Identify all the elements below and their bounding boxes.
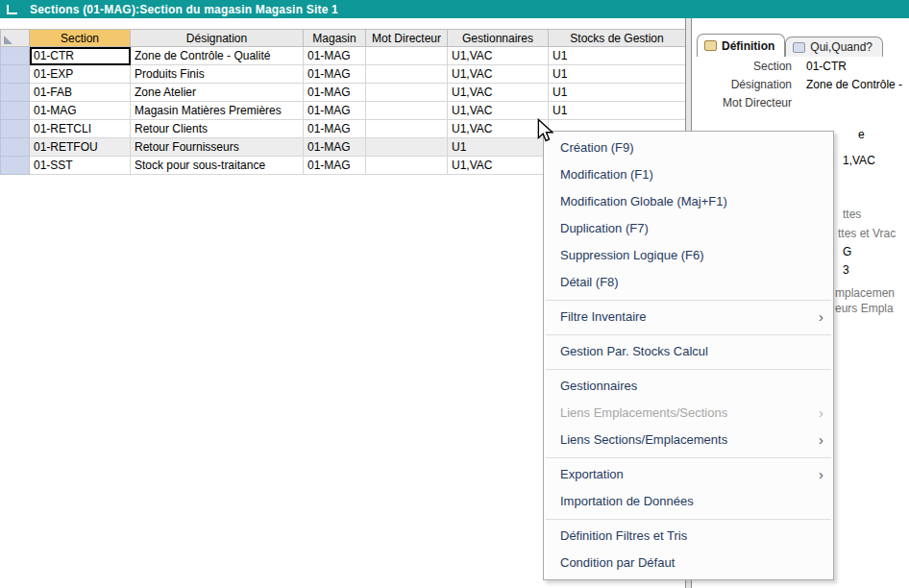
tab-definition[interactable]: Définition	[697, 34, 785, 57]
field-value: Zone de Contrôle -	[806, 78, 902, 91]
cell-section[interactable]: 01-CTR	[30, 47, 131, 65]
menu-item-modification[interactable]: Modification (F1)	[544, 161, 833, 188]
cell-section[interactable]: 01-FAB	[30, 84, 131, 102]
menu-separator	[546, 334, 831, 335]
cell-gestionnaires[interactable]: U1,VAC	[448, 157, 549, 175]
menu-separator	[546, 457, 831, 458]
table-header-row: Section Désignation Magasin Mot Directeu…	[1, 30, 686, 47]
tab-qui-quand[interactable]: Qui,Quand?	[785, 37, 883, 57]
column-header-mot-directeur[interactable]: Mot Directeur	[366, 30, 448, 47]
cell-gestionnaires[interactable]: U1,VAC	[448, 65, 549, 84]
table-row: 01-CTR Zone de Contrôle - Qualité 01-MAG…	[1, 47, 686, 65]
column-header-section[interactable]: Section	[30, 30, 131, 47]
cell-mot-directeur[interactable]	[366, 138, 448, 157]
cell-stocks[interactable]: U1	[549, 47, 686, 65]
cell-gestionnaires[interactable]: U1,VAC	[448, 102, 549, 120]
column-header-stocks-de-gestion[interactable]: Stocks de Gestion	[549, 30, 686, 47]
row-selector[interactable]	[1, 138, 30, 157]
cell-gestionnaires[interactable]: U1,VAC	[448, 120, 549, 138]
menu-item-label: Détail (F8)	[560, 275, 619, 289]
submenu-arrow-icon: ›	[819, 427, 823, 453]
cell-section[interactable]: 01-RETFOU	[30, 138, 131, 157]
row-selector[interactable]	[1, 120, 30, 138]
obscured-text-fragment: ttes	[843, 208, 861, 221]
obscured-text-fragment: G	[843, 245, 851, 258]
select-all-corner[interactable]	[1, 30, 30, 47]
field-section: Section 01-CTR	[692, 57, 909, 75]
definition-fields: Section 01-CTR Désignation Zone de Contr…	[692, 57, 909, 111]
menu-item-gestionnaires[interactable]: Gestionnaires	[544, 373, 833, 400]
field-label: Désignation	[692, 78, 792, 91]
row-selector[interactable]	[1, 157, 30, 175]
cell-mot-directeur[interactable]	[366, 102, 448, 120]
cell-stocks[interactable]: U1	[549, 102, 686, 120]
row-selector[interactable]	[1, 65, 30, 84]
menu-item-filtre-inventaire[interactable]: Filtre Inventaire ›	[544, 304, 833, 331]
menu-item-importation-donnees[interactable]: Importation de Données	[544, 488, 833, 515]
cell-mot-directeur[interactable]	[366, 47, 448, 65]
field-mot-directeur: Mot Directeur	[692, 93, 909, 111]
cell-designation[interactable]: Zone de Contrôle - Qualité	[131, 47, 304, 65]
menu-item-gestion-par-stocks-calcul[interactable]: Gestion Par. Stocks Calcul	[544, 338, 833, 365]
obscured-text-fragment: eurs Empla	[835, 302, 894, 315]
row-selector[interactable]	[1, 47, 30, 65]
field-label: Mot Directeur	[692, 96, 792, 110]
cell-stocks[interactable]: U1	[549, 84, 686, 102]
cell-magasin[interactable]: 01-MAG	[304, 65, 366, 84]
menu-item-exportation[interactable]: Exportation ›	[544, 461, 833, 488]
menu-item-label: Importation de Données	[560, 494, 694, 508]
menu-item-label: Modification (F1)	[560, 167, 653, 182]
menu-item-liens-sections-emplacements[interactable]: Liens Sections/Emplacements ›	[544, 427, 833, 453]
cell-designation[interactable]: Retour Fournisseurs	[131, 138, 304, 157]
menu-item-detail[interactable]: Détail (F8)	[544, 269, 833, 296]
submenu-arrow-icon: ›	[819, 461, 823, 488]
cell-designation[interactable]: Retour Clients	[131, 120, 304, 138]
column-header-magasin[interactable]: Magasin	[304, 30, 366, 47]
cell-mot-directeur[interactable]	[366, 157, 448, 175]
cell-mot-directeur[interactable]	[366, 65, 448, 84]
cell-mot-directeur[interactable]	[366, 120, 448, 138]
mouse-cursor	[537, 118, 553, 147]
menu-item-modification-globale[interactable]: Modification Globale (Maj+F1)	[544, 188, 833, 215]
menu-item-condition-par-defaut[interactable]: Condition par Défaut	[544, 550, 833, 576]
column-header-gestionnaires[interactable]: Gestionnaires	[448, 30, 549, 47]
cell-gestionnaires[interactable]: U1,VAC	[448, 47, 549, 65]
cell-magasin[interactable]: 01-MAG	[304, 138, 366, 157]
cell-magasin[interactable]: 01-MAG	[304, 47, 366, 65]
window-title-bar: Sections (01-MAG):Section du magasin Mag…	[0, 0, 909, 18]
cell-section[interactable]: 01-EXP	[30, 65, 131, 84]
menu-item-label: Liens Emplacements/Sections	[560, 405, 727, 420]
cell-designation[interactable]: Stock pour sous-traitance	[131, 157, 304, 175]
cell-designation[interactable]: Magasin Matières Premières	[131, 102, 304, 120]
obscured-text-fragment: mplacemen	[835, 286, 895, 300]
cell-gestionnaires[interactable]: U1,VAC	[448, 84, 549, 102]
cell-magasin[interactable]: 01-MAG	[304, 102, 366, 120]
menu-item-duplication[interactable]: Duplication (F7)	[544, 215, 833, 242]
obscured-text-fragment: ttes et Vrac	[838, 227, 896, 240]
cell-magasin[interactable]: 01-MAG	[304, 157, 366, 175]
menu-item-suppression-logique[interactable]: Suppression Logique (F6)	[544, 242, 833, 269]
window-title: Sections (01-MAG):Section du magasin Mag…	[30, 3, 338, 16]
cell-designation[interactable]: Zone Atelier	[131, 84, 304, 102]
table-row: 01-EXP Produits Finis 01-MAG U1,VAC U1	[1, 65, 686, 84]
cell-section[interactable]: 01-SST	[30, 157, 131, 175]
menu-item-label: Suppression Logique (F6)	[560, 248, 704, 262]
column-header-designation[interactable]: Désignation	[131, 30, 304, 47]
cell-magasin[interactable]: 01-MAG	[304, 120, 366, 138]
menu-item-creation[interactable]: Création (F9)	[544, 135, 833, 161]
row-selector[interactable]	[1, 102, 30, 120]
cell-designation[interactable]: Produits Finis	[131, 65, 304, 84]
menu-item-definition-filtres-tris[interactable]: Définition Filtres et Tris	[544, 523, 833, 550]
cell-stocks[interactable]: U1	[549, 65, 686, 84]
obscured-text-fragment: e	[858, 128, 865, 141]
cell-section[interactable]: 01-MAG	[30, 102, 131, 120]
menu-separator	[546, 519, 831, 520]
menu-item-label: Exportation	[560, 467, 624, 481]
obscured-text-fragment: 1,VAC	[843, 154, 875, 167]
cell-magasin[interactable]: 01-MAG	[304, 84, 366, 102]
menu-item-label: Liens Sections/Emplacements	[560, 432, 727, 447]
cell-section[interactable]: 01-RETCLI	[30, 120, 131, 138]
cell-gestionnaires[interactable]: U1	[448, 138, 549, 157]
cell-mot-directeur[interactable]	[366, 84, 448, 102]
row-selector[interactable]	[1, 84, 30, 102]
